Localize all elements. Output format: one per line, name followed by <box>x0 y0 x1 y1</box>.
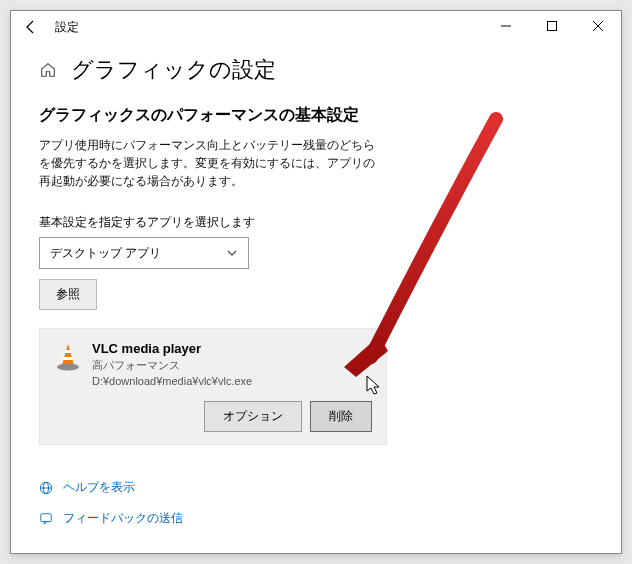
svg-rect-6 <box>63 357 73 360</box>
svg-marker-4 <box>62 344 74 365</box>
browse-button[interactable]: 参照 <box>39 279 97 310</box>
svg-rect-11 <box>41 513 52 521</box>
feedback-icon <box>39 512 53 526</box>
chevron-down-icon <box>226 247 238 259</box>
combo-value: デスクトップ アプリ <box>50 245 161 262</box>
app-row: VLC media player 高パフォーマンス D:¥download¥me… <box>54 341 372 387</box>
options-button[interactable]: オプション <box>204 401 302 432</box>
app-path: D:¥download¥media¥vlc¥vlc.exe <box>92 375 252 387</box>
feedback-link[interactable]: フィードバックの送信 <box>39 510 183 527</box>
window-controls <box>483 11 621 41</box>
feedback-label: フィードバックの送信 <box>63 510 183 527</box>
close-icon <box>593 21 603 31</box>
home-icon[interactable] <box>39 61 57 79</box>
maximize-button[interactable] <box>529 11 575 41</box>
svg-point-7 <box>57 364 79 371</box>
settings-window: 設定 グラフィックの設定 グラフィックスのパフォーマンスの基本設定 アプリ使用時… <box>10 10 622 554</box>
titlebar: 設定 <box>11 11 621 43</box>
app-select-label: 基本設定を指定するアプリを選択します <box>39 214 593 231</box>
vlc-icon <box>54 341 82 373</box>
app-type-select[interactable]: デスクトップ アプリ <box>39 237 249 269</box>
svg-rect-1 <box>548 22 557 31</box>
help-label: ヘルプを表示 <box>63 479 135 496</box>
window-title: 設定 <box>55 19 79 36</box>
app-card: VLC media player 高パフォーマンス D:¥download¥me… <box>39 328 387 445</box>
card-buttons: オプション 削除 <box>54 401 372 432</box>
close-button[interactable] <box>575 11 621 41</box>
section-subheading: グラフィックスのパフォーマンスの基本設定 <box>39 105 593 126</box>
minimize-button[interactable] <box>483 11 529 41</box>
section-description: アプリ使用時にパフォーマンス向上とバッテリー残量のどちらを優先するかを選択します… <box>39 136 379 190</box>
content-area: グラフィックの設定 グラフィックスのパフォーマンスの基本設定 アプリ使用時にパフ… <box>11 43 621 445</box>
minimize-icon <box>501 21 511 31</box>
web-icon <box>39 481 53 495</box>
heading-row: グラフィックの設定 <box>39 55 593 85</box>
svg-rect-5 <box>65 350 71 353</box>
maximize-icon <box>547 21 557 31</box>
page-heading: グラフィックの設定 <box>71 55 276 85</box>
help-link[interactable]: ヘルプを表示 <box>39 479 183 496</box>
back-button[interactable] <box>19 15 43 39</box>
footer-links: ヘルプを表示 フィードバックの送信 <box>39 479 183 527</box>
arrow-left-icon <box>23 19 39 35</box>
app-info: VLC media player 高パフォーマンス D:¥download¥me… <box>92 341 252 387</box>
remove-button[interactable]: 削除 <box>310 401 372 432</box>
app-name: VLC media player <box>92 341 252 356</box>
app-mode: 高パフォーマンス <box>92 358 252 373</box>
